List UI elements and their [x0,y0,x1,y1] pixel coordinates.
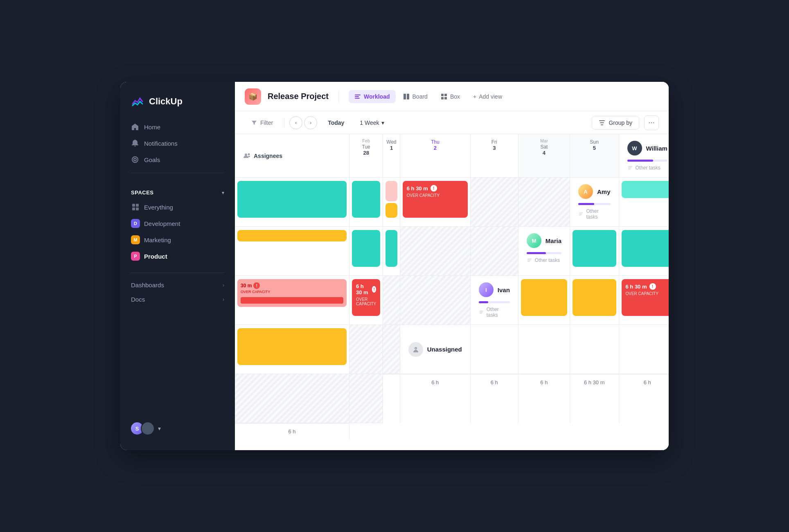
amy-tasks-label: Other tasks [586,208,610,220]
svg-rect-27 [480,311,483,311]
maria-cell-thu: 30 m ! OVER CAPACITY [235,276,349,325]
william-cell-sun [518,178,570,227]
ivan-block-thu: 6 h 30 m ! OVER CAPACITY [622,279,669,316]
unassigned-cell-sun [349,374,383,423]
development-label: Development [144,220,180,227]
svg-rect-26 [528,261,530,262]
group-by-label: Group by [609,119,632,126]
docs-chevron: › [223,297,224,302]
maria-cell-sat [383,276,400,325]
svg-rect-4 [355,95,361,95]
more-button[interactable]: ··· [644,115,659,130]
maria-name: Maria [546,237,561,244]
sidebar-item-product[interactable]: P Product [125,248,230,264]
maria-other-tasks[interactable]: Other tasks [527,257,561,263]
ivan-over-time-thu: 6 h 30 m [626,284,647,290]
footer-empty [383,374,400,423]
ivan-cell-fri [235,325,349,374]
svg-point-17 [248,153,250,155]
svg-rect-10 [444,94,447,96]
sidebar-item-home[interactable]: Home [125,119,230,135]
day-header-fri: Fri 3 [471,134,518,178]
amy-other-tasks[interactable]: Other tasks [578,208,611,220]
day-name-sun: Sun [573,139,615,145]
william-block-tue [237,181,347,218]
week-selector[interactable]: 1 Week ▾ [355,117,389,129]
ivan-other-tasks[interactable]: Other tasks [479,307,510,318]
app-container: ClickUp Home Notifications Goals Spaces … [120,82,669,450]
maria-avatar: M [527,233,541,248]
svg-rect-7 [404,94,406,99]
sidebar-item-everything[interactable]: Everything [125,199,230,215]
svg-rect-9 [441,94,444,96]
william-cell-wed [349,178,383,227]
unassigned-cell-fri [619,325,669,374]
product-badge: P [131,252,140,261]
user-avatars[interactable]: S [130,422,155,435]
footer-hours-wed: 6 h [471,374,518,423]
marketing-badge: M [131,235,140,244]
board-tab-label: Board [413,93,428,100]
sidebar-item-notifications[interactable]: Notifications [125,135,230,151]
box-tab-label: Box [450,93,460,100]
svg-point-31 [415,348,416,349]
svg-rect-28 [480,312,482,312]
filter-label: Filter [260,119,273,126]
day-header-wed: Wed 1 [383,134,400,178]
add-view-button[interactable]: + Add view [467,90,508,103]
next-button[interactable]: › [304,116,317,129]
week-chevron: ▾ [381,119,384,126]
sidebar-item-dashboards[interactable]: Dashboards › [125,278,230,292]
project-icon: 📦 [245,88,261,105]
svg-rect-1 [136,204,139,207]
user-dropdown-arrow[interactable]: ▾ [158,425,161,432]
spaces-header[interactable]: Spaces ▾ [125,186,230,199]
svg-rect-22 [579,214,582,214]
tab-box[interactable]: Box [435,90,466,103]
assignees-label: Assignees [254,153,282,159]
sidebar-item-goals[interactable]: Goals [125,151,230,168]
sidebar-item-marketing[interactable]: M Marketing [125,232,230,248]
workload-tab-label: Workload [364,93,390,100]
logo[interactable]: ClickUp [120,90,235,119]
marketing-label: Marketing [144,237,171,243]
svg-rect-18 [628,166,632,167]
sidebar-nav: Home Notifications Goals [120,119,235,168]
sidebar-item-development[interactable]: D Development [125,215,230,232]
maria-cell-sun [400,276,471,325]
william-tasks-label: Other tasks [636,165,661,171]
amy-progress-fill [578,203,594,205]
amy-block-fri [385,230,397,267]
william-over-label: OVER CAPACITY [407,193,464,198]
header-divider [338,91,339,102]
footer-hours-sun: 6 h [235,423,349,440]
william-progress-bg [627,160,667,162]
ivan-name: Ivan [498,286,510,293]
tab-board[interactable]: Board [397,90,433,103]
tab-workload[interactable]: Workload [349,90,396,103]
maria-over-fri: 6 h 30 m ! [356,283,376,295]
sidebar-bottom-nav: Dashboards › Docs › [120,278,235,307]
william-over-time: 6 h 30 m [407,185,428,192]
filter-button[interactable]: Filter [245,116,279,129]
ivan-block-tue [521,279,567,316]
svg-rect-3 [136,207,139,210]
ivan-over-label: OVER CAPACITY [626,291,669,296]
today-button[interactable]: Today [322,117,350,129]
maria-over-label-thu: OVER CAPACITY [241,290,343,294]
prev-button[interactable]: ‹ [289,116,302,129]
william-other-tasks[interactable]: Other tasks [627,165,667,171]
maria-cell-wed [619,227,669,276]
week-label: 1 Week [360,119,379,126]
day-header-thu: Thu 2 [400,134,471,178]
william-avatar: W [627,141,642,156]
toolbar-divider1 [284,118,284,128]
william-progress-fill [627,160,654,162]
docs-label: Docs [131,296,145,303]
group-by-button[interactable]: Group by [592,116,639,130]
ivan-cell-sun [383,325,400,374]
ivan-block-wed [573,279,616,316]
sidebar-item-docs[interactable]: Docs › [125,292,230,307]
spaces-chevron: ▾ [222,190,224,196]
svg-rect-2 [132,207,135,210]
